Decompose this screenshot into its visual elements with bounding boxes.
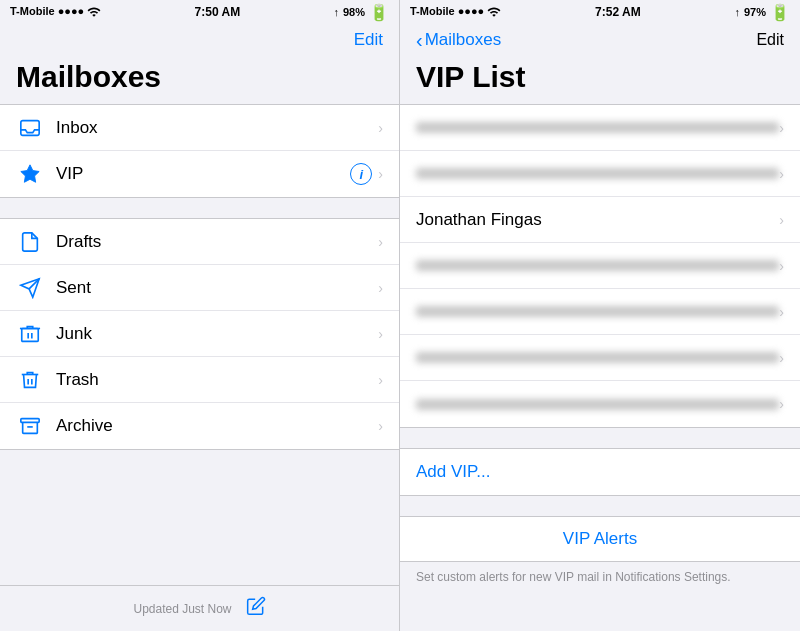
add-vip-label: Add VIP... (416, 462, 490, 482)
left-carrier: T-Mobile ●●●● (10, 5, 101, 19)
vip-blurred-name (416, 352, 779, 363)
star-icon (16, 163, 44, 185)
sidebar-item-vip[interactable]: VIP i › (0, 151, 399, 197)
junk-chevron: › (378, 326, 383, 342)
trash-label: Trash (56, 370, 378, 390)
vip-label: VIP (56, 164, 350, 184)
right-panel: T-Mobile ●●●● 7:52 AM ↑ 97% 🔋 ‹ Mailboxe… (400, 0, 800, 631)
vip-alerts-section: VIP Alerts Set custom alerts for new VIP… (400, 516, 800, 592)
compose-icon[interactable] (246, 596, 266, 621)
back-button[interactable]: ‹ Mailboxes (416, 29, 501, 52)
vip-chevron: › (378, 166, 383, 182)
left-footer: Updated Just Now (0, 585, 399, 631)
sidebar-item-junk[interactable]: Junk › (0, 311, 399, 357)
right-nav-bar: ‹ Mailboxes Edit (400, 22, 800, 58)
vip-chevron-4: › (779, 258, 784, 274)
vip-chevron-1: › (779, 120, 784, 136)
vip-chevron-7: › (779, 396, 784, 412)
vip-blurred-name (416, 399, 779, 410)
trash-icon (16, 369, 44, 391)
back-chevron-icon: ‹ (416, 29, 423, 52)
vip-list-item[interactable]: › (400, 151, 800, 197)
sidebar-item-trash[interactable]: Trash › (0, 357, 399, 403)
left-panel: T-Mobile ●●●● 7:50 AM ↑ 98% 🔋 Edit Mailb… (0, 0, 400, 631)
right-page-title: VIP List (416, 60, 784, 94)
vip-real-name: Jonathan Fingas (416, 210, 779, 230)
junk-icon (16, 323, 44, 345)
right-time: 7:52 AM (595, 5, 641, 19)
vip-list: › › Jonathan Fingas › › › › › (400, 104, 800, 428)
add-vip-section: Add VIP... (400, 448, 800, 496)
right-battery: ↑ 97% 🔋 (734, 3, 790, 22)
right-edit-button[interactable]: Edit (756, 31, 784, 49)
svg-marker-1 (21, 165, 39, 182)
inbox-icon (16, 117, 44, 139)
inbox-chevron: › (378, 120, 383, 136)
trash-chevron: › (378, 372, 383, 388)
svg-rect-4 (22, 328, 39, 341)
sidebar-item-drafts[interactable]: Drafts › (0, 219, 399, 265)
sent-icon (16, 277, 44, 299)
vip-list-item[interactable]: › (400, 289, 800, 335)
right-carrier: T-Mobile ●●●● (410, 5, 501, 19)
sent-chevron: › (378, 280, 383, 296)
vip-list-item[interactable]: › (400, 105, 800, 151)
update-text: Updated Just Now (133, 602, 231, 616)
vip-blurred-name (416, 260, 779, 271)
left-edit-button[interactable]: Edit (354, 30, 383, 50)
drafts-label: Drafts (56, 232, 378, 252)
vip-info-icon[interactable]: i (350, 163, 372, 185)
add-vip-button[interactable]: Add VIP... (400, 449, 800, 495)
left-status-bar: T-Mobile ●●●● 7:50 AM ↑ 98% 🔋 (0, 0, 399, 22)
sidebar-item-archive[interactable]: Archive › (0, 403, 399, 449)
junk-label: Junk (56, 324, 378, 344)
vip-list-item[interactable]: › (400, 243, 800, 289)
sidebar-item-sent[interactable]: Sent › (0, 265, 399, 311)
vip-list-item[interactable]: › (400, 335, 800, 381)
right-page-title-area: VIP List (400, 58, 800, 104)
left-time: 7:50 AM (195, 5, 241, 19)
drafts-chevron: › (378, 234, 383, 250)
vip-chevron-6: › (779, 350, 784, 366)
vip-blurred-name (416, 122, 779, 133)
left-nav-bar: Edit (0, 22, 399, 58)
svg-rect-8 (21, 419, 39, 423)
left-section-2: Drafts › Sent › Junk › (0, 218, 399, 450)
vip-blurred-name (416, 306, 779, 317)
vip-actions: i › (350, 163, 383, 185)
sidebar-item-inbox[interactable]: Inbox › (0, 105, 399, 151)
vip-chevron-3: › (779, 212, 784, 228)
archive-label: Archive (56, 416, 378, 436)
vip-alerts-title: VIP Alerts (563, 529, 637, 548)
vip-blurred-name (416, 168, 779, 179)
archive-icon (16, 415, 44, 437)
left-section-1: Inbox › VIP i › (0, 104, 399, 198)
vip-chevron-5: › (779, 304, 784, 320)
back-label: Mailboxes (425, 30, 502, 50)
inbox-label: Inbox (56, 118, 378, 138)
drafts-icon (16, 231, 44, 253)
vip-list-item[interactable]: › (400, 381, 800, 427)
inbox-actions: › (378, 120, 383, 136)
left-page-title-area: Mailboxes (0, 58, 399, 104)
vip-alerts-button[interactable]: VIP Alerts (400, 516, 800, 562)
archive-chevron: › (378, 418, 383, 434)
left-battery: ↑ 98% 🔋 (333, 3, 389, 22)
right-status-bar: T-Mobile ●●●● 7:52 AM ↑ 97% 🔋 (400, 0, 800, 22)
vip-alerts-description: Set custom alerts for new VIP mail in No… (400, 562, 800, 592)
vip-chevron-2: › (779, 166, 784, 182)
left-page-title: Mailboxes (16, 60, 383, 94)
sent-label: Sent (56, 278, 378, 298)
vip-list-item-jonathan[interactable]: Jonathan Fingas › (400, 197, 800, 243)
